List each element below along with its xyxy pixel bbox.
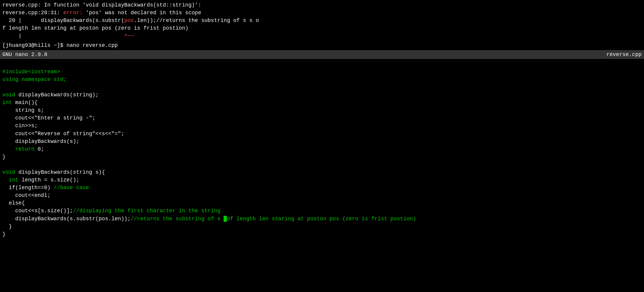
shell-prompt: [jhuang93@hills ~]$ nano reverse.cpp bbox=[0, 41, 644, 50]
error-line-3: 20 | displayBackwards(s.substr(pos.len))… bbox=[2, 17, 642, 24]
code-line-blank-2 bbox=[2, 83, 642, 91]
error-caret: ^~~ bbox=[124, 33, 134, 39]
code-line-cout-endl: cout<<endl; bbox=[2, 192, 642, 199]
error-line-5: | ^~~ bbox=[2, 32, 642, 40]
code-line-call-display: displayBackwards(s); bbox=[2, 138, 642, 145]
code-line-blank-1 bbox=[2, 60, 642, 68]
code-line-void-display: void displayBackwards(string s){ bbox=[2, 168, 642, 176]
terminal-window: reverse.cpp: In function 'void displayBa… bbox=[0, 0, 644, 292]
code-line-cout-char: cout<<s[s.size()];//displaying the first… bbox=[2, 207, 642, 215]
code-line-close-main: } bbox=[2, 153, 642, 161]
error-keyword: error: bbox=[63, 10, 83, 16]
text-cursor bbox=[224, 216, 227, 222]
code-line-return: return 0; bbox=[2, 145, 642, 153]
error-line-2: reverse.cpp:20:31: error: 'pos' was not … bbox=[2, 9, 642, 17]
code-line-string-s: string s; bbox=[2, 106, 642, 114]
code-line-close-else: } bbox=[2, 223, 642, 230]
code-line-include: #include<iostream> bbox=[2, 68, 642, 76]
code-line-else: else{ bbox=[2, 199, 642, 207]
nano-version: GNU nano 2.9.8 bbox=[2, 51, 47, 58]
error-pos: pos bbox=[124, 17, 134, 23]
code-line-close-func: } bbox=[2, 230, 642, 238]
code-editor[interactable]: #include<iostream> using namespace std; … bbox=[0, 59, 644, 292]
code-line-main: int main(){ bbox=[2, 99, 642, 106]
error-line-1: reverse.cpp: In function 'void displayBa… bbox=[2, 1, 642, 9]
code-line-if: if(length==0) //base case bbox=[2, 184, 642, 192]
code-line-forward-decl: void displayBackwards(string); bbox=[2, 91, 642, 99]
code-line-cout-reverse: cout<<"Reverse of string"<<s<<"="; bbox=[2, 130, 642, 138]
code-line-cin: cin>>s; bbox=[2, 122, 642, 130]
nano-header-bar: GNU nano 2.9.8 reverse.cpp bbox=[0, 50, 644, 59]
code-line-using: using namespace std; bbox=[2, 76, 642, 83]
code-line-display-substr: displayBackwards(s.substr(pos.len));//re… bbox=[2, 215, 642, 223]
error-section: reverse.cpp: In function 'void displayBa… bbox=[0, 0, 644, 41]
code-line-cout-enter: cout<<"Enter a string -"; bbox=[2, 114, 642, 122]
code-line-int-length: int length = s.size(); bbox=[2, 176, 642, 184]
nano-filename: reverse.cpp bbox=[606, 51, 642, 58]
error-line-4: f length len staring at poston pos (zero… bbox=[2, 24, 642, 32]
code-line-blank-3 bbox=[2, 161, 642, 168]
